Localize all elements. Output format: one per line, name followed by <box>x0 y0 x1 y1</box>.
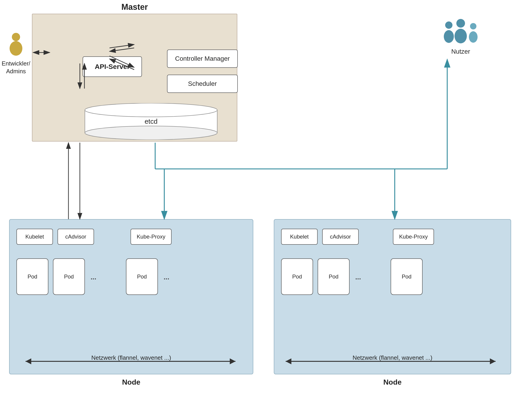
kube-proxy-left: Kube-Proxy <box>131 229 171 245</box>
node-left-label: Node <box>10 378 253 386</box>
svg-point-10 <box>454 29 467 43</box>
pod-right-3: Pod <box>391 258 423 295</box>
svg-point-7 <box>470 23 476 30</box>
controller-manager-label: Controller Manager <box>175 55 230 62</box>
master-box: API-Server Controller Manager Scheduler … <box>32 14 237 142</box>
dots-left-2: ... <box>163 273 169 281</box>
pod-right-1: Pod <box>281 258 313 295</box>
api-server-box: API-Server <box>83 56 142 77</box>
nutzer-figure: Nutzer <box>438 18 483 56</box>
svg-point-8 <box>469 31 478 43</box>
api-server-label: API-Server <box>95 63 130 71</box>
pod-left-2: Pod <box>53 258 85 295</box>
svg-point-4 <box>10 41 22 56</box>
svg-point-3 <box>12 33 20 41</box>
svg-point-9 <box>456 19 465 28</box>
dots-left-1: ... <box>91 273 96 281</box>
cadvisor-right: cAdvisor <box>322 229 359 245</box>
svg-marker-15 <box>286 358 291 364</box>
kubelet-left: Kubelet <box>16 229 53 245</box>
node-right-label: Node <box>274 378 511 386</box>
pod-right-2: Pod <box>318 258 349 295</box>
scheduler-box: Scheduler <box>167 75 238 93</box>
dots-right-1: ... <box>355 273 361 281</box>
kube-proxy-right: Kube-Proxy <box>393 229 434 245</box>
node-right: Kubelet cAdvisor Kube-Proxy Pod Pod ... … <box>274 219 511 374</box>
nutzer-label: Nutzer <box>438 47 483 56</box>
kubelet-right: Kubelet <box>281 229 318 245</box>
entwickler-label: Entwickler/Admins <box>0 60 32 75</box>
svg-marker-16 <box>490 358 496 364</box>
svg-marker-13 <box>230 358 236 364</box>
cadvisor-left: cAdvisor <box>58 229 94 245</box>
entwickler-figure: Entwickler/Admins <box>0 32 32 75</box>
scheduler-label: Scheduler <box>188 80 217 87</box>
diagram-container: Master API-Server Controller Manager Sch… <box>0 0 520 420</box>
node-left: Kubelet cAdvisor Kube-Proxy Pod Pod ... … <box>9 219 253 374</box>
etcd-label: etcd <box>83 103 220 140</box>
controller-manager-box: Controller Manager <box>167 50 238 68</box>
svg-marker-12 <box>26 358 31 364</box>
pod-left-1: Pod <box>16 258 48 295</box>
svg-point-5 <box>445 22 453 29</box>
master-label: Master <box>32 2 237 12</box>
svg-point-6 <box>444 30 454 43</box>
network-label-left: Netzwerk (flannel, wavenet ...) <box>91 354 171 361</box>
pod-left-3: Pod <box>126 258 158 295</box>
network-label-right: Netzwerk (flannel, wavenet ...) <box>353 354 432 361</box>
